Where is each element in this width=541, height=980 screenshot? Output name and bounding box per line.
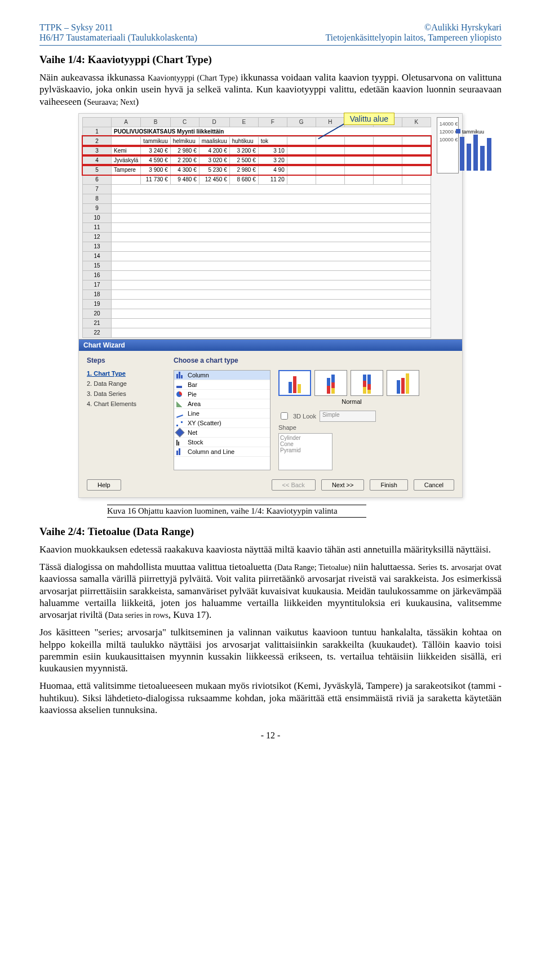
subtype-4[interactable] [387, 370, 419, 396]
wizard-steps-panel: Steps 1. Chart Type 2. Data Range 3. Dat… [87, 357, 166, 470]
header-left-2: H6/H7 Taustamateriaali (Taulukkolaskenta… [39, 33, 197, 43]
type-net: Net [174, 428, 270, 438]
step-2[interactable]: 2. Data Range [87, 380, 166, 387]
section2-p4: Huomaa, että valitsimme tietoalueeseen m… [39, 680, 502, 716]
type-column: Column [174, 371, 270, 380]
cancel-button[interactable]: Cancel [414, 479, 454, 491]
type-column-line: Column and Line [174, 447, 270, 457]
page-number: - 12 - [39, 730, 502, 741]
area-icon [176, 400, 184, 407]
column-icon [176, 372, 184, 378]
bar-icon [176, 381, 184, 388]
section2-p3: Jos käsitteen "series; arvosarja" tulkit… [39, 626, 502, 674]
shape-label: Shape [278, 424, 425, 431]
subtype-1[interactable] [278, 370, 311, 396]
page-header: TTPK – Syksy 2011 H6/H7 Taustamateriaali… [39, 23, 502, 43]
pie-icon [176, 391, 184, 398]
header-rule [39, 45, 502, 46]
chart-options: 3D Look Simple Shape Cylinder Cone Pyram… [278, 411, 425, 470]
section2-title: Vaihe 2/4: Tietoalue (Data Range) [39, 525, 502, 538]
scatter-icon [176, 420, 184, 426]
dialog-title: Chart Wizard [79, 340, 462, 351]
type-xy: XY (Scatter) [174, 418, 270, 428]
next-button[interactable]: Next >> [321, 479, 365, 491]
callout-selected-range: Valittu alue [344, 113, 394, 125]
subtype-label: Normal [278, 398, 425, 405]
back-button[interactable]: << Back [272, 479, 316, 491]
type-line: Line [174, 409, 270, 418]
3d-look-checkbox[interactable] [281, 412, 288, 420]
help-button[interactable]: Help [87, 479, 121, 491]
section1-paragraph: Näin aukeavassa ikkunassa Kaaviontyyppi … [39, 72, 502, 108]
spreadsheet-grid[interactable]: ABCDEFGHIJK 1PUOLIVUOSIKATSAUS Myynti li… [82, 117, 431, 338]
section2-p2: Tässä dialogissa on mahdollista muuttaa … [39, 561, 502, 621]
column-line-icon [176, 448, 184, 455]
finish-button[interactable]: Finish [370, 479, 407, 491]
chart-wizard-dialog: Chart Wizard Steps 1. Chart Type 2. Data… [79, 339, 462, 497]
figure-16: Valittu alue ABCDEFGHIJK 1PUOLIVUOSIKATS… [39, 113, 502, 498]
line-icon [176, 410, 184, 417]
choose-chart-type-label: Choose a chart type [174, 357, 454, 364]
step-1[interactable]: 1. Chart Type [87, 370, 166, 377]
subtype-3[interactable] [351, 370, 383, 396]
spreadsheet-area: ABCDEFGHIJK 1PUOLIVUOSIKATSAUS Myynti li… [79, 114, 462, 339]
stock-icon [176, 439, 184, 446]
step-4[interactable]: 4. Chart Elements [87, 400, 166, 407]
header-left-1: TTPK – Syksy 2011 [39, 23, 197, 33]
chart-type-list[interactable]: Column Bar Pie Area Line XY (Scatter) Ne… [174, 370, 270, 470]
header-right-1: ©Aulikki Hyrskykari [325, 23, 502, 33]
header-right-2: Tietojenkäsittelyopin laitos, Tampereen … [325, 33, 502, 43]
type-area: Area [174, 399, 270, 409]
embedded-chart-preview: 14000 € 12000 € 10000 € tammikuu [437, 117, 459, 173]
type-pie: Pie [174, 390, 270, 399]
subtype-2[interactable] [314, 370, 347, 396]
chart-subtype-gallery[interactable] [278, 370, 425, 396]
type-bar: Bar [174, 380, 270, 390]
shape-list[interactable]: Cylinder Cone Pyramid [278, 433, 332, 470]
3d-style-select[interactable]: Simple [320, 411, 376, 422]
net-icon [176, 429, 184, 436]
type-stock: Stock [174, 438, 270, 447]
section1-title: Vaihe 1/4: Kaaviotyyppi (Chart Type) [39, 54, 502, 66]
section2-p1: Kaavion muokkauksen edetessä raakakuva k… [39, 544, 502, 555]
step-3[interactable]: 3. Data Series [87, 390, 166, 397]
figure-16-caption: Kuva 16 Ohjattu kaavion luominen, vaihe … [107, 505, 366, 518]
